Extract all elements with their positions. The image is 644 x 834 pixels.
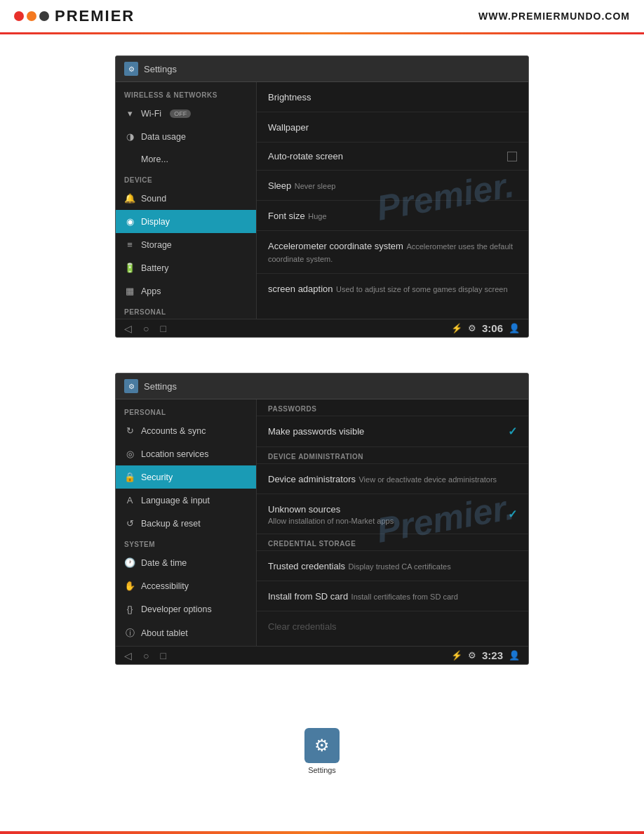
- content-auto-rotate[interactable]: Auto-rotate screen: [257, 143, 528, 171]
- content-unknown-sources[interactable]: Unknown sources Allow installation of no…: [257, 494, 528, 534]
- recent-button-2[interactable]: □: [160, 650, 166, 661]
- make-passwords-title: Make passwords visible: [268, 426, 364, 437]
- settings-icon-1: ⚙: [124, 62, 138, 76]
- screenshot2-wrapper: Premier. ⚙ Settings PERSONAL ↻ Accounts …: [0, 373, 644, 700]
- auto-rotate-checkbox[interactable]: [507, 152, 517, 161]
- accessibility-label: Accessibility: [141, 581, 189, 591]
- section-device-label: DEVICE: [116, 171, 256, 187]
- settings-layout-1: WIRELESS & NETWORKS ▾ Wi-Fi OFF ◑ Data u…: [116, 82, 528, 319]
- content-2: PASSWORDS Make passwords visible ✓ DEVIC…: [256, 399, 528, 646]
- sidebar-item-data-usage[interactable]: ◑ Data usage: [116, 125, 256, 148]
- sidebar-item-security[interactable]: 🔒 Security: [116, 465, 256, 489]
- security-label: Security: [141, 472, 173, 482]
- device-admin-section-label: DEVICE ADMINISTRATION: [257, 447, 528, 464]
- unknown-sources-checkmark: ✓: [508, 508, 517, 521]
- more-label: More...: [141, 154, 168, 164]
- back-button-2[interactable]: ◁: [124, 650, 132, 661]
- font-size-title: Font size: [268, 211, 305, 221]
- accounts-icon: ↻: [124, 425, 135, 436]
- sidebar-item-wifi[interactable]: ▾ Wi-Fi OFF: [116, 102, 256, 125]
- content-accelerometer[interactable]: Accelerometer coordinate system Accelero…: [257, 231, 528, 274]
- brightness-title: Brightness: [268, 92, 311, 102]
- usb-icon-1: ⚡: [451, 323, 462, 333]
- storage-icon: ≡: [124, 239, 135, 250]
- sidebar-item-apps[interactable]: ▦ Apps: [116, 279, 256, 303]
- language-input-label: Language & input: [141, 496, 210, 505]
- sidebar-1: WIRELESS & NETWORKS ▾ Wi-Fi OFF ◑ Data u…: [116, 82, 256, 319]
- sound-label: Sound: [141, 194, 166, 204]
- content-clear-credentials[interactable]: Clear credentials: [257, 611, 528, 641]
- dot-red: [14, 11, 24, 21]
- data-usage-label: Data usage: [141, 132, 186, 142]
- sleep-subtitle: Never sleep: [295, 182, 336, 190]
- sidebar-item-location-services[interactable]: ◎ Location services: [116, 442, 256, 465]
- content-font-size[interactable]: Font size Huge: [257, 201, 528, 231]
- location-services-label: Location services: [141, 449, 209, 459]
- dot-dark: [39, 11, 49, 21]
- home-button-1[interactable]: ○: [143, 323, 149, 334]
- screenshot1: Premier. ⚙ Settings WIRELESS & NETWORKS …: [115, 55, 529, 338]
- battery-label: Battery: [141, 263, 169, 273]
- wifi-toggle[interactable]: OFF: [170, 110, 191, 118]
- logo-text: PREMIER: [55, 7, 135, 25]
- sidebar-item-sound[interactable]: 🔔 Sound: [116, 187, 256, 210]
- back-button-1[interactable]: ◁: [124, 323, 132, 334]
- about-tablet-label: About tablet: [141, 628, 188, 638]
- passwords-section-label: PASSWORDS: [257, 399, 528, 416]
- display-label: Display: [141, 217, 170, 227]
- section-personal-label-2: PERSONAL: [116, 403, 256, 419]
- apps-icon: ▦: [124, 286, 135, 296]
- settings-app-icon[interactable]: ⚙ Settings: [304, 728, 340, 774]
- home-button-2[interactable]: ○: [143, 650, 149, 661]
- sidebar-item-developer-options[interactable]: {} Developer options: [116, 597, 256, 621]
- trusted-credentials-title: Trusted credentials: [268, 561, 345, 571]
- date-time-label: Date & time: [141, 558, 187, 568]
- content-screen-adaption[interactable]: screen adaption Used to adjust size of s…: [257, 274, 528, 303]
- sidebar-item-more[interactable]: More...: [116, 148, 256, 171]
- sidebar-item-accessibility[interactable]: ✋ Accessibility: [116, 574, 256, 597]
- data-usage-icon: ◑: [124, 131, 135, 142]
- settings-status-icon-2: ⚙: [468, 650, 476, 661]
- status-bar-2: ◁ ○ □ ⚡ ⚙ 3:23 👤: [116, 646, 528, 664]
- sidebar-item-display[interactable]: ◉ Display: [116, 210, 256, 233]
- content-install-sd[interactable]: Install from SD card Install certificate…: [257, 581, 528, 611]
- settings-title-2: Settings: [144, 381, 177, 392]
- settings-status-icon-1: ⚙: [468, 323, 476, 333]
- trusted-credentials-subtitle: Display trusted CA certificates: [349, 562, 451, 571]
- font-size-subtitle: Huge: [308, 212, 326, 220]
- sidebar-2: PERSONAL ↻ Accounts & sync ◎ Location se…: [116, 399, 256, 646]
- unknown-sources-subtitle: Allow installation of non-Market apps: [268, 517, 394, 525]
- sidebar-item-date-time[interactable]: 🕐 Date & time: [116, 551, 256, 574]
- clear-credentials-title: Clear credentials: [268, 621, 337, 632]
- content-brightness[interactable]: Brightness: [257, 82, 528, 112]
- storage-label: Storage: [141, 240, 172, 250]
- content-trusted-credentials[interactable]: Trusted credentials Display trusted CA c…: [257, 551, 528, 581]
- sidebar-item-accounts-sync[interactable]: ↻ Accounts & sync: [116, 419, 256, 442]
- content-make-passwords[interactable]: Make passwords visible ✓: [257, 416, 528, 447]
- battery-status-icon-2: 👤: [509, 650, 520, 661]
- wifi-icon: ▾: [124, 108, 135, 119]
- device-admins-subtitle: View or deactivate device administrators: [358, 475, 497, 484]
- content-device-admins[interactable]: Device administrators View or deactivate…: [257, 464, 528, 494]
- sidebar-item-backup-reset[interactable]: ↺ Backup & reset: [116, 512, 256, 535]
- recent-button-1[interactable]: □: [160, 323, 166, 334]
- developer-options-label: Developer options: [141, 604, 212, 614]
- sidebar-item-language-input[interactable]: A Language & input: [116, 489, 256, 512]
- logo-dots: [14, 11, 49, 21]
- settings-app-icon-box: ⚙: [304, 728, 340, 763]
- accelerometer-title: Accelerometer coordinate system: [268, 241, 403, 251]
- status-bar-1: ◁ ○ □ ⚡ ⚙ 3:06 👤: [116, 319, 528, 337]
- content-wallpaper[interactable]: Wallpaper: [257, 112, 528, 143]
- section-system-label: SYSTEM: [116, 535, 256, 551]
- status-right-2: ⚡ ⚙ 3:23 👤: [451, 649, 520, 661]
- apps-label: Apps: [141, 286, 161, 296]
- sleep-title: Sleep: [268, 180, 291, 191]
- sidebar-item-battery[interactable]: 🔋 Battery: [116, 256, 256, 279]
- accounts-sync-label: Accounts & sync: [141, 426, 206, 436]
- sidebar-item-about-tablet[interactable]: ⓘ About tablet: [116, 621, 256, 646]
- sidebar-item-storage[interactable]: ≡ Storage: [116, 233, 256, 256]
- time-2: 3:23: [482, 649, 503, 661]
- settings-icon-2: ⚙: [124, 379, 138, 393]
- settings-titlebar-2: ⚙ Settings: [116, 373, 528, 399]
- content-sleep[interactable]: Sleep Never sleep: [257, 171, 528, 201]
